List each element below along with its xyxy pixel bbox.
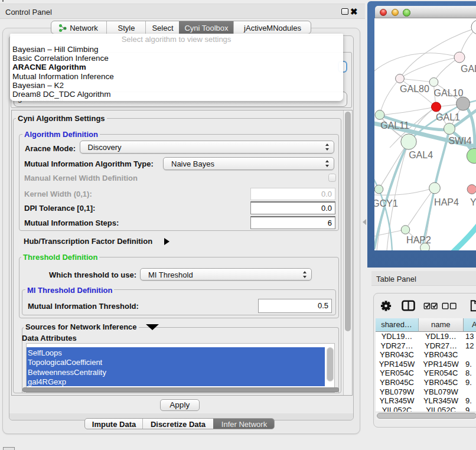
svg-text:GAL11: GAL11 (380, 120, 409, 131)
svg-text:GAL7: GAL7 (461, 64, 476, 74)
svg-text:GAL1: GAL1 (436, 112, 460, 122)
svg-text:GCY1: GCY1 (374, 198, 398, 208)
svg-text:SWI4: SWI4 (448, 136, 471, 146)
svg-text:YM: YM (470, 197, 476, 207)
svg-text:GAL10: GAL10 (434, 88, 464, 98)
svg-text:HAP4: HAP4 (434, 197, 459, 207)
svg-text:GAL4: GAL4 (409, 150, 433, 160)
svg-text:GAL80: GAL80 (400, 84, 429, 94)
svg-text:HAP2: HAP2 (406, 235, 431, 245)
